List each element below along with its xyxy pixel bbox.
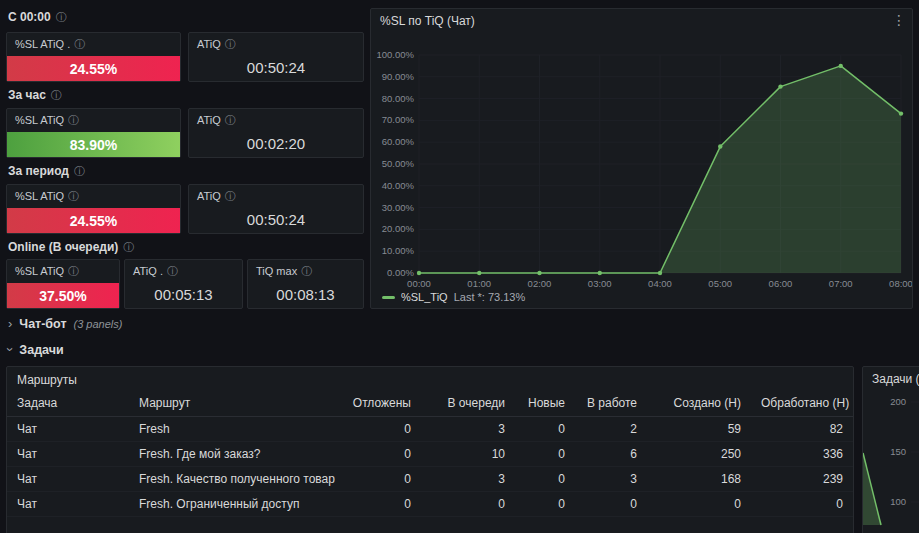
info-icon[interactable]: ⓘ <box>225 39 236 50</box>
table-cell: 336 <box>751 442 853 467</box>
info-icon[interactable]: ⓘ <box>225 191 236 202</box>
stat-value: 00:02:20 <box>189 129 363 157</box>
info-icon[interactable]: ⓘ <box>123 242 134 253</box>
table-cell: 0 <box>335 442 421 467</box>
tasks-chart-canvas: 200150100 <box>863 389 919 533</box>
svg-text:03:00: 03:00 <box>588 278 612 289</box>
svg-text:05:00: 05:00 <box>708 278 732 289</box>
info-icon[interactable]: ⓘ <box>56 12 67 23</box>
row-header-chatbot[interactable]: › Чат-бот (3 panels) <box>8 316 122 331</box>
panel-title-text: ATiQ . <box>133 265 163 277</box>
column-header[interactable]: Обработано (Н) <box>751 391 853 417</box>
row-header-tasks[interactable]: › Задачи <box>8 342 64 357</box>
table-cell: Fresh. Где мой заказ? <box>129 442 335 467</box>
column-header[interactable]: Маршрут <box>129 391 335 417</box>
svg-text:100: 100 <box>890 496 906 507</box>
svg-text:07:00: 07:00 <box>829 278 853 289</box>
svg-text:100.00%: 100.00% <box>376 49 414 60</box>
stat-value: 00:50:24 <box>189 53 363 81</box>
stat-panel-sl-atiq-hour: %SL ATiQ ⓘ 83.90% <box>6 108 181 158</box>
section-label: С 00:00 <box>8 10 51 24</box>
panel-title: ATiQ ⓘ <box>189 109 363 126</box>
table-cell: 0 <box>647 492 751 517</box>
stat-panel-atiq-period: ATiQ ⓘ 00:50:24 <box>188 184 364 234</box>
svg-text:200: 200 <box>890 396 906 407</box>
table-panel-title[interactable]: Маршруты <box>7 367 853 391</box>
info-icon[interactable]: ⓘ <box>68 266 79 277</box>
stat-value: 00:05:13 <box>125 280 242 308</box>
column-header[interactable]: Отложены <box>335 391 421 417</box>
panel-title-text: TiQ max <box>256 265 297 277</box>
panel-title: TiQ max ⓘ <box>248 260 363 277</box>
svg-text:60.00%: 60.00% <box>382 136 415 147</box>
svg-text:08:00: 08:00 <box>889 278 912 289</box>
column-header[interactable]: В очереди <box>421 391 515 417</box>
info-icon[interactable]: ⓘ <box>74 39 85 50</box>
chevron-down-icon: › <box>3 347 18 351</box>
row-panels-count: (3 panels) <box>74 318 123 330</box>
info-icon[interactable]: ⓘ <box>167 266 178 277</box>
chart-panel-sl-tiq: %SL по TiQ (Чат) ⋮ 0.00%10.00%20.00%30.0… <box>370 8 913 309</box>
chart-legend: %SL_TiQ Last *: 73.13% <box>382 291 525 303</box>
table-cell: 0 <box>335 467 421 492</box>
info-icon[interactable]: ⓘ <box>225 115 236 126</box>
table-cell: 2 <box>575 417 647 442</box>
row-label: Задачи <box>19 343 63 357</box>
section-title-period: За период ⓘ <box>8 164 85 178</box>
svg-text:90.00%: 90.00% <box>382 71 415 82</box>
panel-title: %SL ATiQ . ⓘ <box>7 33 180 50</box>
svg-text:00:00: 00:00 <box>407 278 431 289</box>
stat-panel-atiq-hour: ATiQ ⓘ 00:02:20 <box>188 108 364 158</box>
table-cell: 0 <box>421 492 515 517</box>
column-header[interactable]: Новые <box>515 391 575 417</box>
table-cell: 6 <box>575 442 647 467</box>
panel-menu-icon[interactable]: ⋮ <box>892 13 906 27</box>
column-header[interactable]: Задача <box>7 391 129 417</box>
table-cell: 10 <box>421 442 515 467</box>
table-cell: Чат <box>7 467 129 492</box>
table-header-row: ЗадачаМаршрутОтложеныВ очередиНовыеВ раб… <box>7 391 853 417</box>
chart-panel-title[interactable]: %SL по TiQ (Чат) <box>380 14 475 28</box>
info-icon[interactable]: ⓘ <box>68 191 79 202</box>
svg-text:10.00%: 10.00% <box>382 245 415 256</box>
info-icon[interactable]: ⓘ <box>301 266 312 277</box>
table-cell: 0 <box>335 492 421 517</box>
panel-title: %SL ATiQ ⓘ <box>7 260 119 277</box>
section-label: За час <box>8 88 46 102</box>
svg-text:40.00%: 40.00% <box>382 180 415 191</box>
table-cell: 3 <box>421 417 515 442</box>
svg-text:50.00%: 50.00% <box>382 158 415 169</box>
panel-title-text: ATiQ <box>197 38 221 50</box>
legend-series-name[interactable]: %SL_TiQ <box>401 291 448 303</box>
sl-tiq-chart-canvas: 0.00%10.00%20.00%30.00%40.00%50.00%60.00… <box>371 35 912 295</box>
svg-text:70.00%: 70.00% <box>382 114 415 125</box>
stat-panel-tiq-max: TiQ max ⓘ 00:08:13 <box>247 259 364 309</box>
table-cell: 3 <box>575 467 647 492</box>
section-title-hour: За час ⓘ <box>8 88 62 102</box>
legend-last-value: Last *: 73.13% <box>454 291 526 303</box>
chart-panel-title[interactable]: Задачи (Чат <box>872 372 919 386</box>
column-header[interactable]: В работе <box>575 391 647 417</box>
table-cell: Чат <box>7 442 129 467</box>
table-cell: 239 <box>751 467 853 492</box>
svg-text:20.00%: 20.00% <box>382 223 415 234</box>
stat-panel-sl-atiq-period: %SL ATiQ ⓘ 24.55% <box>6 184 181 234</box>
panel-title-text: %SL ATiQ <box>15 265 64 277</box>
info-icon[interactable]: ⓘ <box>74 166 85 177</box>
info-icon[interactable]: ⓘ <box>51 90 62 101</box>
svg-text:04:00: 04:00 <box>648 278 672 289</box>
table-row: ЧатFresh. Где мой заказ?01006250336 <box>7 442 853 467</box>
table-cell: Чат <box>7 417 129 442</box>
table-row: ЧатFresh. Ограниченный доступ000000 <box>7 492 853 517</box>
panel-title: %SL ATiQ ⓘ <box>7 109 180 126</box>
svg-text:30.00%: 30.00% <box>382 202 415 213</box>
column-header[interactable]: Создано (Н) <box>647 391 751 417</box>
section-label: Online (В очереди) <box>8 240 118 254</box>
chevron-right-icon: › <box>8 316 12 331</box>
stat-panel-sl-atiq-day: %SL ATiQ . ⓘ 24.55% <box>6 32 181 82</box>
panel-title: ATiQ ⓘ <box>189 185 363 202</box>
section-title-online: Online (В очереди) ⓘ <box>8 240 134 254</box>
info-icon[interactable]: ⓘ <box>68 115 79 126</box>
table-cell: 0 <box>515 417 575 442</box>
table-row: ЧатFresh03025982 <box>7 417 853 442</box>
